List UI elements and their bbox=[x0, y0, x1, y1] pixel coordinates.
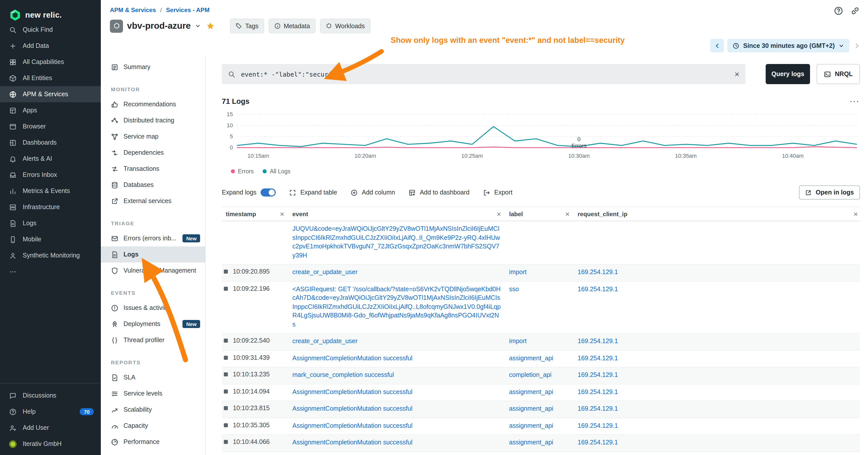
entity-nav-summary[interactable]: Summary bbox=[101, 59, 205, 75]
entity-nav-external-services[interactable]: External services bbox=[101, 193, 205, 209]
export-button[interactable]: Export bbox=[483, 189, 513, 196]
query-logs-button[interactable]: Query logs bbox=[766, 64, 810, 84]
legend-item-all-logs[interactable]: All Logs bbox=[263, 168, 290, 174]
sidebar-item-add-user[interactable]: Add User bbox=[0, 420, 101, 436]
log-event-link[interactable]: create_or_update_user bbox=[292, 337, 501, 346]
sidebar-item-metrics-events[interactable]: Metrics & Events bbox=[0, 183, 101, 199]
sidebar-item-more[interactable] bbox=[0, 263, 101, 280]
workloads-chip[interactable]: Workloads bbox=[320, 19, 371, 33]
log-ip-link[interactable]: 169.254.129.1 bbox=[578, 404, 858, 414]
column-header-request-client-ip[interactable]: request_client_ip× bbox=[578, 210, 860, 218]
log-ip-link[interactable]: 169.254.129.1 bbox=[578, 337, 858, 346]
sidebar-item-apm-services[interactable]: APM & Services bbox=[0, 86, 101, 102]
log-event-link[interactable]: <ASGIRequest: GET '/sso/callback/?state=… bbox=[292, 285, 501, 329]
log-event-link[interactable]: AssignmentCompletionMutation successful bbox=[292, 404, 501, 414]
log-ip-link[interactable]: 169.254.129.1 bbox=[578, 268, 858, 277]
sidebar-item-dashboards[interactable]: Dashboards bbox=[0, 134, 101, 151]
sidebar-item-logs[interactable]: Logs bbox=[0, 215, 101, 231]
log-label-link[interactable]: assignment_api bbox=[509, 354, 569, 363]
remove-column-timestamp-icon[interactable]: × bbox=[280, 210, 284, 218]
log-event-link[interactable]: AssignmentCompletionMutation successful bbox=[292, 438, 501, 447]
log-event-link[interactable]: AssignmentCompletionMutation successful bbox=[292, 354, 501, 363]
add-column-button[interactable]: Add column bbox=[350, 189, 395, 196]
sidebar-item-errors-inbox[interactable]: Errors Inbox bbox=[0, 167, 101, 183]
sidebar-item-all-entities[interactable]: All Entities bbox=[0, 70, 101, 86]
sidebar-item-browser[interactable]: Browser bbox=[0, 119, 101, 134]
time-forward-button[interactable] bbox=[853, 41, 861, 50]
more-options-icon[interactable]: ··· bbox=[850, 97, 860, 105]
favorite-star-icon[interactable] bbox=[207, 22, 215, 30]
add-to-dashboard-button[interactable]: Add to dashboard bbox=[408, 189, 469, 196]
expand-table-button[interactable]: Expand table bbox=[289, 189, 337, 196]
copy-link-icon[interactable] bbox=[850, 6, 860, 15]
sidebar-item-add-data[interactable]: Add Data bbox=[0, 38, 101, 54]
time-picker[interactable]: Since 30 minutes ago (GMT+2) bbox=[727, 39, 849, 53]
sidebar-item-discussions[interactable]: Discussions bbox=[0, 388, 101, 403]
column-header-label[interactable]: label× bbox=[509, 210, 578, 218]
entity-nav-errors-errors-inb[interactable]: Errors (errors inb...New bbox=[101, 230, 205, 247]
entity-nav-thread-profiler[interactable]: Thread profiler bbox=[101, 332, 205, 348]
sidebar-item-quick-find[interactable]: Quick Find bbox=[0, 22, 101, 38]
log-ip-link[interactable]: 169.254.129.1 bbox=[578, 285, 858, 294]
log-event-link[interactable]: AssignmentCompletionMutation successful bbox=[292, 422, 501, 430]
log-row[interactable]: JUQVU&code=eyJraWQiOiJjcGltY29yZV8wOTl1M… bbox=[222, 221, 860, 264]
entity-nav-sla[interactable]: SLA bbox=[101, 369, 205, 386]
log-label-link[interactable]: assignment_api bbox=[509, 388, 569, 396]
log-ip-link[interactable]: 169.254.129.1 bbox=[578, 438, 858, 447]
log-row[interactable]: 10:09:20.895create_or_update_userimport1… bbox=[222, 264, 860, 282]
log-label-link[interactable]: assignment_api bbox=[509, 438, 569, 447]
log-label-link[interactable]: import bbox=[509, 268, 569, 277]
sidebar-item-all-capabilities[interactable]: All Capabilities bbox=[0, 54, 101, 70]
entity-nav-service-levels[interactable]: Service levels bbox=[101, 386, 205, 401]
legend-item-errors[interactable]: Errors bbox=[231, 168, 254, 174]
log-row[interactable]: 10:10:44.066AssignmentCompletionMutation… bbox=[222, 435, 860, 452]
log-ip-link[interactable]: 169.254.129.1 bbox=[578, 354, 858, 363]
log-ip-link[interactable]: 169.254.129.1 bbox=[578, 422, 858, 430]
sidebar-item-alerts-ai[interactable]: Alerts & AI bbox=[0, 151, 101, 167]
sidebar-item-iterativ-gmbh[interactable]: Iterativ GmbH bbox=[0, 436, 101, 452]
column-header-timestamp[interactable]: timestamp× bbox=[222, 210, 292, 218]
log-label-link[interactable]: sso bbox=[509, 285, 569, 294]
log-ip-link[interactable]: 169.254.129.1 bbox=[578, 388, 858, 396]
log-event-link[interactable]: AssignmentCompletionMutation successful bbox=[292, 388, 501, 396]
entity-nav-capacity[interactable]: Capacity bbox=[101, 418, 205, 434]
log-row[interactable]: 10:09:31.439AssignmentCompletionMutation… bbox=[222, 351, 860, 367]
log-row[interactable]: 10:10:14.094AssignmentCompletionMutation… bbox=[222, 384, 860, 401]
breadcrumb-apm-services[interactable]: APM & Services bbox=[110, 6, 156, 13]
log-row[interactable]: 10:09:22.196<ASGIRequest: GET '/sso/call… bbox=[222, 282, 860, 333]
sidebar-item-help[interactable]: Help70 bbox=[0, 403, 101, 420]
time-back-button[interactable] bbox=[711, 39, 724, 53]
log-ip-link[interactable]: 169.254.129.1 bbox=[578, 371, 858, 380]
remove-column-request-client-ip-icon[interactable]: × bbox=[854, 210, 858, 218]
log-label-link[interactable]: completion_api bbox=[509, 371, 569, 380]
remove-column-label-icon[interactable]: × bbox=[565, 210, 569, 218]
log-label-link[interactable]: assignment_api bbox=[509, 404, 569, 414]
log-event-link[interactable]: JUQVU&code=eyJraWQiOiJjcGltY29yZV8wOTl1M… bbox=[292, 225, 501, 260]
tags-chip[interactable]: Tags bbox=[230, 19, 264, 33]
log-event-link[interactable]: mark_course_completion successful bbox=[292, 371, 501, 380]
entity-nav-issues-activity[interactable]: Issues & activity bbox=[101, 300, 205, 316]
log-row[interactable]: 10:10:13.235mark_course_completion succe… bbox=[222, 367, 860, 384]
entity-nav-distributed-tracing[interactable]: Distributed tracing bbox=[101, 112, 205, 129]
entity-nav-vulnerability-management[interactable]: Vulnerability Management bbox=[101, 262, 205, 279]
sidebar-item-synthetic-monitoring[interactable]: Synthetic Monitoring bbox=[0, 248, 101, 263]
entity-nav-transactions[interactable]: Transactions bbox=[101, 161, 205, 177]
log-query-input[interactable] bbox=[240, 70, 735, 78]
clear-query-icon[interactable]: × bbox=[735, 70, 740, 78]
log-event-link[interactable]: create_or_update_user bbox=[292, 268, 501, 277]
entity-nav-dependencies[interactable]: Dependencies bbox=[101, 144, 205, 161]
entity-nav-deployments[interactable]: DeploymentsNew bbox=[101, 316, 205, 332]
sidebar-item-mobile[interactable]: Mobile bbox=[0, 231, 101, 248]
entity-dropdown-chevron-icon[interactable] bbox=[195, 23, 202, 29]
expand-logs-toggle[interactable] bbox=[260, 189, 276, 196]
log-label-link[interactable]: assignment_api bbox=[509, 422, 569, 430]
log-row[interactable]: 10:10:49.051mark_course_completion succe… bbox=[222, 452, 860, 455]
entity-nav-logs[interactable]: Logs bbox=[101, 247, 205, 262]
sidebar-item-apps[interactable]: Apps bbox=[0, 102, 101, 119]
entity-nav-recommendations[interactable]: Recommendations bbox=[101, 96, 205, 112]
column-header-event[interactable]: event× bbox=[292, 210, 509, 218]
breadcrumb-services-apm[interactable]: Services - APM bbox=[166, 6, 210, 13]
help-icon[interactable] bbox=[834, 6, 843, 15]
log-row[interactable]: 10:09:22.540create_or_update_userimport1… bbox=[222, 333, 860, 351]
log-row[interactable]: 10:10:23.815AssignmentCompletionMutation… bbox=[222, 401, 860, 418]
